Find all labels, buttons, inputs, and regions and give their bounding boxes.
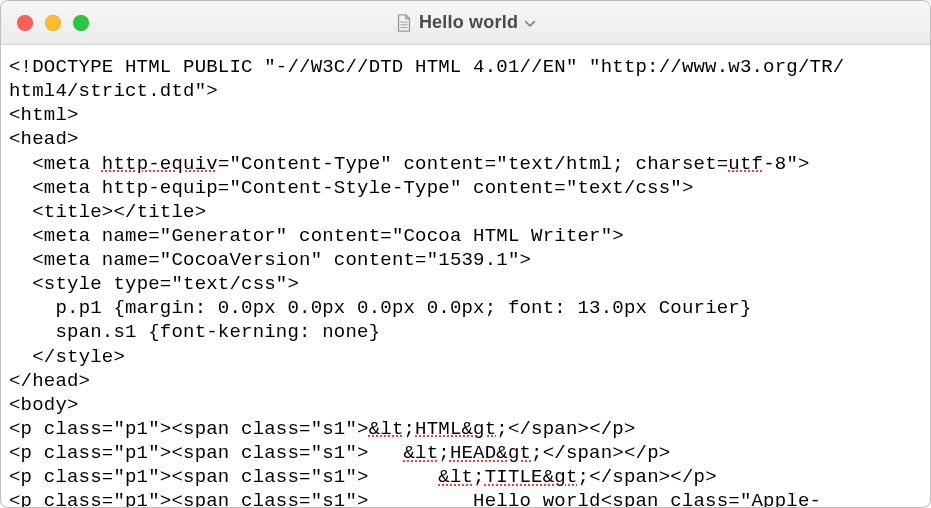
code-line: <p class="p1"><span class="s1"> Hello wo…: [9, 490, 821, 507]
window: Hello world <!DOCTYPE HTML PUBLIC "-//W3…: [0, 0, 931, 508]
code-line: ;</span></p>: [496, 418, 635, 440]
code-line: <title></title>: [9, 201, 206, 223]
code-line: <meta http-equip="Content-Style-Type" co…: [9, 177, 694, 199]
document-icon: [395, 13, 413, 33]
code-line: ;: [438, 442, 450, 464]
spell-error: http-equiv: [102, 153, 218, 175]
spell-error: TITLE&gt: [485, 466, 578, 488]
code-line: <!DOCTYPE HTML PUBLIC "-//W3C//DTD HTML …: [9, 56, 844, 78]
spell-error: &lt: [403, 442, 438, 464]
code-line: ;</span></p>: [578, 466, 717, 488]
code-line: <html>: [9, 104, 79, 126]
code-line: <meta name="CocoaVersion" content="1539.…: [9, 249, 531, 271]
code-line: <head>: [9, 128, 79, 150]
code-line: <p class="p1"><span class="s1">: [9, 442, 403, 464]
traffic-lights: [17, 15, 89, 31]
code-line: </style>: [9, 346, 125, 368]
spell-error: &lt: [438, 466, 473, 488]
code-line: -8">: [763, 153, 809, 175]
spell-error: utf: [728, 153, 763, 175]
code-content[interactable]: <!DOCTYPE HTML PUBLIC "-//W3C//DTD HTML …: [9, 55, 922, 507]
code-line: ;</span></p>: [531, 442, 670, 464]
code-line: html4/strict.dtd">: [9, 80, 218, 102]
code-line: <p class="p1"><span class="s1">: [9, 466, 438, 488]
close-button[interactable]: [17, 15, 33, 31]
minimize-button[interactable]: [45, 15, 61, 31]
code-line: <body>: [9, 394, 79, 416]
code-line: <meta: [9, 153, 102, 175]
code-line: <p class="p1"><span class="s1">: [9, 418, 369, 440]
code-line: <meta name="Generator" content="Cocoa HT…: [9, 225, 624, 247]
code-line: ="Content-Type" content="text/html; char…: [218, 153, 728, 175]
code-line: ;: [403, 418, 415, 440]
spell-error: HEAD&gt: [450, 442, 531, 464]
spell-error: HTML&gt: [415, 418, 496, 440]
chevron-down-icon[interactable]: [524, 12, 536, 33]
titlebar[interactable]: Hello world: [1, 1, 930, 45]
code-line: </head>: [9, 370, 90, 392]
document-title: Hello world: [419, 12, 518, 33]
code-line: span.s1 {font-kerning: none}: [9, 321, 380, 343]
zoom-button[interactable]: [73, 15, 89, 31]
code-line: <style type="text/css">: [9, 273, 299, 295]
code-line: p.p1 {margin: 0.0px 0.0px 0.0px 0.0px; f…: [9, 297, 752, 319]
editor-area[interactable]: <!DOCTYPE HTML PUBLIC "-//W3C//DTD HTML …: [1, 45, 930, 507]
code-line: ;: [473, 466, 485, 488]
window-title[interactable]: Hello world: [395, 12, 536, 33]
spell-error: &lt: [369, 418, 404, 440]
